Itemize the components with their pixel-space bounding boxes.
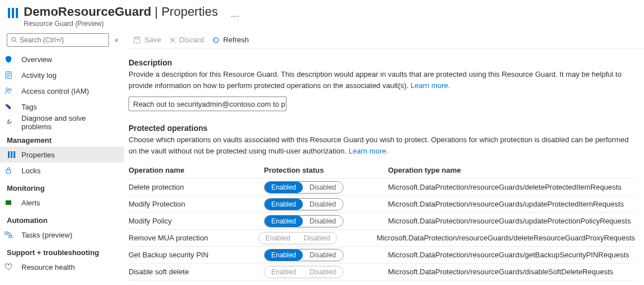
protected-heading: Protected operations [129, 124, 635, 133]
section-monitoring: Monitoring [0, 178, 124, 195]
more-menu[interactable]: … [230, 9, 240, 19]
wrench-icon [7, 118, 16, 127]
toggle-disabled[interactable]: Disabled [303, 216, 343, 227]
section-management: Management [0, 130, 124, 147]
toggle-disabled[interactable]: Disabled [303, 199, 343, 210]
operation-type: Microsoft.DataProtection/resourceGuards/… [388, 183, 635, 191]
resource-guard-icon [8, 8, 18, 18]
svg-rect-13 [135, 37, 138, 39]
iam-icon [7, 86, 16, 95]
alerts-icon [7, 198, 16, 207]
protection-toggle[interactable]: EnabledDisabled [264, 215, 343, 227]
protection-status: EnabledDisabled [264, 215, 388, 227]
sidebar-item-label: Properties [21, 151, 55, 159]
toggle-disabled[interactable]: Disabled [303, 249, 343, 261]
svg-rect-11 [9, 235, 12, 238]
svg-rect-8 [6, 170, 11, 173]
tasks-icon [7, 230, 16, 239]
table-row: Delete protectionEnabledDisabledMicrosof… [129, 179, 635, 196]
sidebar-item-label: Access control (IAM) [21, 87, 89, 95]
protection-status: EnabledDisabled [264, 198, 388, 211]
col-header-status: Protection status [264, 166, 388, 174]
sidebar-item-properties[interactable]: Properties [0, 147, 124, 163]
save-button[interactable]: Save [133, 36, 161, 44]
protected-learn-more[interactable]: Learn more. [349, 147, 388, 155]
svg-rect-10 [5, 232, 8, 234]
toggle-enabled[interactable]: Enabled [264, 199, 303, 210]
sidebar-item-resource-health[interactable]: Resource health [0, 259, 124, 275]
table-row: Get Backup security PINEnabledDisabledMi… [129, 247, 635, 264]
operation-name: Modify Protection [129, 200, 264, 208]
svg-rect-12 [134, 37, 140, 43]
page-header: DemoResourceGuard | Properties Resource … [0, 0, 644, 31]
toggle-enabled[interactable]: Enabled [264, 216, 303, 227]
sidebar-item-label: Tags [21, 103, 37, 111]
discard-button[interactable]: Discard [169, 36, 204, 44]
section-support: Support + troubleshooting [0, 243, 124, 259]
toggle-disabled: Disabled [297, 233, 337, 244]
protection-status: EnabledDisabled [264, 266, 388, 278]
col-header-operation: Operation name [129, 166, 264, 174]
protection-status: EnabledDisabled [264, 249, 388, 261]
protection-toggle: EnabledDisabled [258, 232, 338, 244]
sidebar-item-tags[interactable]: Tags [0, 99, 124, 115]
refresh-icon [212, 36, 220, 44]
toggle-enabled[interactable]: Enabled [264, 182, 303, 193]
discard-icon [169, 37, 176, 43]
description-heading: Description [129, 58, 635, 67]
operation-type: Microsoft.DataProtection/resourceGuards/… [388, 217, 635, 225]
log-icon [7, 71, 16, 80]
sidebar-item-activity-log[interactable]: Activity log [0, 67, 124, 83]
shield-icon [7, 55, 16, 64]
description-input[interactable]: Reach out to securityadmin@contoso.com t… [129, 97, 286, 111]
sidebar-item-tasks-preview-[interactable]: Tasks (preview) [0, 227, 124, 243]
operation-name: Get Backup security PIN [129, 251, 264, 259]
operation-type: Microsoft.DataProtection/resourceGuards/… [388, 251, 635, 259]
table-row: Remove MUA protectionEnabledDisabledMicr… [129, 230, 635, 247]
operation-type: Microsoft.DataProtection/resourceGuards/… [377, 234, 635, 242]
section-automation: Automation [0, 211, 124, 227]
col-header-type: Operation type name [388, 166, 635, 174]
page-title: DemoResourceGuard | Properties [24, 5, 218, 19]
sidebar-item-access-control-iam-[interactable]: Access control (IAM) [0, 83, 124, 99]
sidebar-item-label: Diagnose and solve problems [21, 114, 117, 131]
sidebar-item-overview[interactable]: Overview [0, 51, 124, 67]
sidebar-item-label: Activity log [21, 71, 56, 80]
toggle-enabled[interactable]: Enabled [264, 249, 303, 261]
sidebar: « OverviewActivity logAccess control (IA… [0, 31, 124, 285]
toggle-enabled: Enabled [259, 233, 297, 244]
table-row: Disable soft deleteEnabledDisabledMicros… [129, 264, 635, 280]
svg-point-7 [10, 89, 11, 90]
sidebar-item-label: Alerts [21, 199, 40, 207]
protection-toggle[interactable]: EnabledDisabled [264, 249, 343, 261]
operation-name: Modify Policy [129, 217, 264, 225]
operation-name: Disable soft delete [129, 268, 264, 276]
sidebar-item-label: Overview [21, 55, 52, 64]
operation-name: Remove MUA protection [129, 234, 258, 242]
collapse-sidebar[interactable]: « [114, 36, 118, 44]
table-row: Modify ProtectionEnabledDisabledMicrosof… [129, 196, 635, 213]
sidebar-item-diagnose-and-solve-problems[interactable]: Diagnose and solve problems [0, 115, 124, 130]
table-header: Operation name Protection status Operati… [129, 162, 635, 179]
sidebar-item-alerts[interactable]: Alerts [0, 195, 124, 211]
sidebar-item-label: Tasks (preview) [21, 231, 72, 239]
protection-status: EnabledDisabled [258, 232, 377, 244]
sidebar-item-locks[interactable]: Locks [0, 163, 124, 178]
protection-toggle[interactable]: EnabledDisabled [264, 181, 343, 194]
bars-icon [7, 150, 16, 159]
svg-rect-9 [6, 200, 11, 205]
search-input[interactable] [7, 33, 109, 47]
protection-toggle[interactable]: EnabledDisabled [264, 198, 343, 211]
search-icon [11, 37, 17, 43]
refresh-button[interactable]: Refresh [212, 36, 249, 44]
protected-text: Choose which operations on vaults associ… [129, 134, 635, 156]
description-learn-more[interactable]: Learn more. [411, 81, 450, 90]
sidebar-item-label: Locks [21, 166, 41, 175]
main-content: Save Discard Refresh Description Provide… [124, 31, 644, 285]
protection-status: EnabledDisabled [264, 181, 388, 194]
heart-icon [7, 262, 16, 271]
table-row: Modify PolicyEnabledDisabledMicrosoft.Da… [129, 213, 635, 230]
lock-icon [7, 166, 16, 175]
toggle-disabled[interactable]: Disabled [303, 182, 343, 193]
save-icon [133, 36, 141, 44]
